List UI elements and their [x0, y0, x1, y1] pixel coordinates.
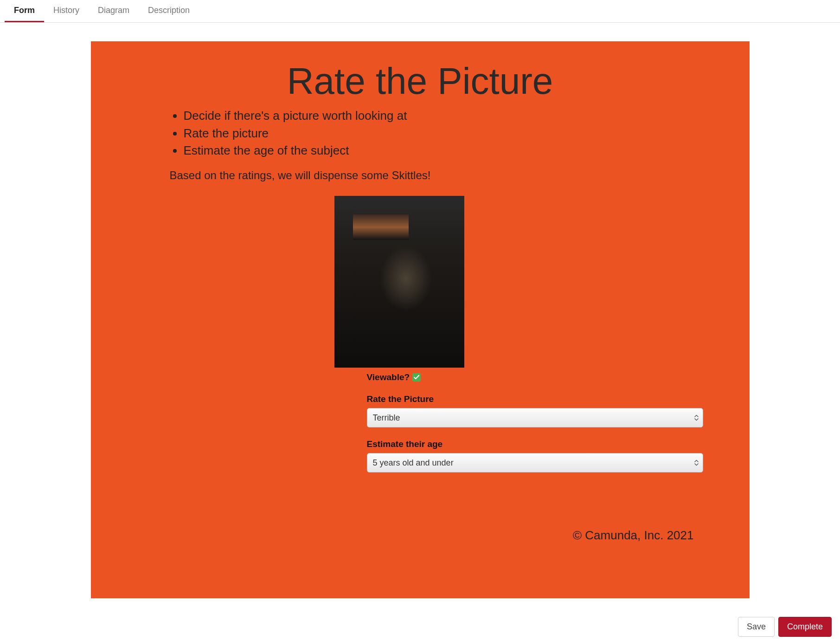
- tab-form[interactable]: Form: [5, 0, 44, 22]
- tab-bar: Form History Diagram Description: [0, 0, 840, 23]
- tab-description[interactable]: Description: [139, 0, 199, 22]
- instructions-block: Decide if there's a picture worth lookin…: [170, 107, 703, 160]
- rate-label: Rate the Picture: [367, 394, 703, 404]
- tab-diagram[interactable]: Diagram: [89, 0, 139, 22]
- instruction-item: Estimate the age of the subject: [184, 142, 703, 160]
- page-title: Rate the Picture: [137, 60, 703, 103]
- age-select[interactable]: 5 years old and under: [367, 453, 703, 473]
- instruction-item: Decide if there's a picture worth lookin…: [184, 107, 703, 125]
- fields-block: Viewable? Rate the Picture Terrible: [367, 372, 703, 473]
- viewable-row: Viewable?: [367, 372, 703, 382]
- instruction-item: Rate the picture: [184, 125, 703, 142]
- save-button[interactable]: Save: [738, 617, 775, 637]
- complete-button[interactable]: Complete: [778, 617, 832, 637]
- copyright-text: © Camunda, Inc. 2021: [137, 528, 703, 543]
- picture-block: [334, 196, 703, 368]
- rate-select[interactable]: Terrible: [367, 408, 703, 427]
- content-area: Rate the Picture Decide if there's a pic…: [0, 23, 840, 608]
- viewable-label: Viewable?: [367, 372, 410, 382]
- footer-actions: Save Complete: [0, 608, 840, 641]
- rate-field-group: Rate the Picture Terrible: [367, 394, 703, 427]
- subject-photo: [334, 196, 464, 368]
- form-panel: Rate the Picture Decide if there's a pic…: [91, 41, 750, 598]
- age-field-group: Estimate their age 5 years old and under: [367, 439, 703, 473]
- age-label: Estimate their age: [367, 439, 703, 449]
- tab-history[interactable]: History: [44, 0, 89, 22]
- sub-text: Based on the ratings, we will dispense s…: [170, 169, 703, 182]
- check-icon: [412, 373, 421, 382]
